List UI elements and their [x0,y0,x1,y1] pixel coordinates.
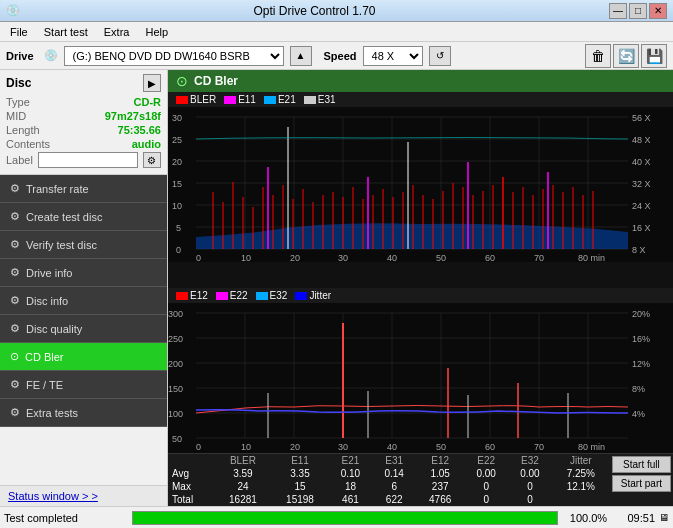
disc-label-input[interactable] [38,152,138,168]
nav-transfer-rate[interactable]: ⚙ Transfer rate [0,175,167,203]
stats-total-e12: 4766 [416,493,464,506]
erase-button[interactable]: 🗑 [585,44,611,68]
statusbar: Test completed 100.0% 09:51 🖥 [0,506,673,528]
app-icon: 💿 [6,4,20,17]
stats-col-e31: E31 [372,454,416,467]
fe-te-icon: ⚙ [10,378,20,391]
top-chart-area: BLER E11 E21 E31 [168,92,673,288]
stats-col-bler: BLER [214,454,271,467]
status-window-link[interactable]: Status window > > [8,490,98,502]
status-text: Test completed [4,512,124,524]
maximize-button[interactable]: □ [629,3,647,19]
svg-text:30: 30 [338,253,348,262]
drive-select[interactable]: (G:) BENQ DVD DD DW1640 BSRB [64,46,284,66]
svg-text:0: 0 [176,245,181,255]
legend-e31: E31 [304,94,336,105]
bottom-chart-area: E12 E22 E32 Jitter [168,288,673,453]
stats-avg-e31: 0.14 [372,467,416,480]
stats-total-bler: 16281 [214,493,271,506]
minimize-button[interactable]: — [609,3,627,19]
svg-text:70: 70 [534,253,544,262]
svg-text:16 X: 16 X [632,223,651,233]
svg-text:250: 250 [168,334,183,344]
svg-text:50: 50 [436,442,446,452]
nav-disc-quality[interactable]: ⚙ Disc quality [0,315,167,343]
menu-extra[interactable]: Extra [98,24,136,40]
disc-section: Disc ▶ Type CD-R MID 97m27s18f Length 75… [0,70,167,175]
svg-text:5: 5 [176,223,181,233]
svg-text:10: 10 [241,442,251,452]
nav-cd-bler[interactable]: ⊙ CD Bler [0,343,167,371]
svg-text:80 min: 80 min [578,253,605,262]
progress-bar-fill [133,512,557,524]
verify-test-disc-icon: ⚙ [10,238,20,251]
speed-label: Speed [324,50,357,62]
stats-max-e11: 15 [271,480,328,493]
window-controls: — □ ✕ [609,3,667,19]
menu-start-test[interactable]: Start test [38,24,94,40]
stats-col-label [168,454,214,467]
svg-text:0: 0 [196,442,201,452]
svg-text:15: 15 [172,179,182,189]
legend-jitter: Jitter [295,290,331,301]
svg-text:0: 0 [196,253,201,262]
nav-fe-te-label: FE / TE [26,379,63,391]
nav-fe-te[interactable]: ⚙ FE / TE [0,371,167,399]
stats-avg-jitter: 7.25% [552,467,610,480]
svg-text:8 X: 8 X [632,245,646,255]
legend-e11: E11 [224,94,256,105]
svg-text:100: 100 [168,409,183,419]
e31-color [304,96,316,104]
disc-mid-label: MID [6,110,26,122]
stats-max-e22: 0 [464,480,508,493]
disc-info-icon: ⚙ [10,294,20,307]
nav-disc-info[interactable]: ⚙ Disc info [0,287,167,315]
stats-avg-e32: 0.00 [508,467,552,480]
svg-text:32 X: 32 X [632,179,651,189]
save-button[interactable]: 💾 [641,44,667,68]
stats-col-e12: E12 [416,454,464,467]
refresh-speed-button[interactable]: ↺ [429,46,451,66]
svg-text:30: 30 [338,442,348,452]
stats-max-e31: 6 [372,480,416,493]
nav-create-test-disc[interactable]: ⚙ Create test disc [0,203,167,231]
disc-arrow-button[interactable]: ▶ [143,74,161,92]
stats-row-avg: Avg 3.59 3.35 0.10 0.14 1.05 0.00 0.00 7… [168,467,610,480]
drive-icon: 💿 [44,49,58,62]
stats-max-e32: 0 [508,480,552,493]
nav-drive-info[interactable]: ⚙ Drive info [0,259,167,287]
stats-max-jitter: 12.1% [552,480,610,493]
refresh-button[interactable]: 🔄 [613,44,639,68]
create-test-disc-icon: ⚙ [10,210,20,223]
stats-max-bler: 24 [214,480,271,493]
svg-text:16%: 16% [632,334,650,344]
stats-col-e11: E11 [271,454,328,467]
svg-text:40 X: 40 X [632,157,651,167]
e12-label: E12 [190,290,208,301]
e21-label: E21 [278,94,296,105]
nav-verify-test-disc[interactable]: ⚙ Verify test disc [0,231,167,259]
menu-help[interactable]: Help [139,24,174,40]
legend-e32: E32 [256,290,288,301]
close-button[interactable]: ✕ [649,3,667,19]
stats-total-label: Total [168,493,214,506]
svg-text:56 X: 56 X [632,113,651,123]
stats-col-e22: E22 [464,454,508,467]
e12-color [176,292,188,300]
speed-select[interactable]: 48 X 40 X 32 X [363,46,423,66]
svg-text:40: 40 [387,442,397,452]
disc-mid-value: 97m27s18f [105,110,161,122]
jitter-label: Jitter [309,290,331,301]
status-time: 09:51 [615,512,655,524]
disc-label-icon-button[interactable]: ⚙ [143,152,161,168]
nav-extra-tests[interactable]: ⚙ Extra tests [0,399,167,427]
menubar: File Start test Extra Help [0,22,673,42]
start-part-button[interactable]: Start part [612,475,671,492]
menu-file[interactable]: File [4,24,34,40]
start-full-button[interactable]: Start full [612,456,671,473]
bler-color [176,96,188,104]
eject-button[interactable]: ▲ [290,46,312,66]
status-indicator-icon: 🖥 [659,512,669,523]
e22-color [216,292,228,300]
stats-total-e11: 15198 [271,493,328,506]
